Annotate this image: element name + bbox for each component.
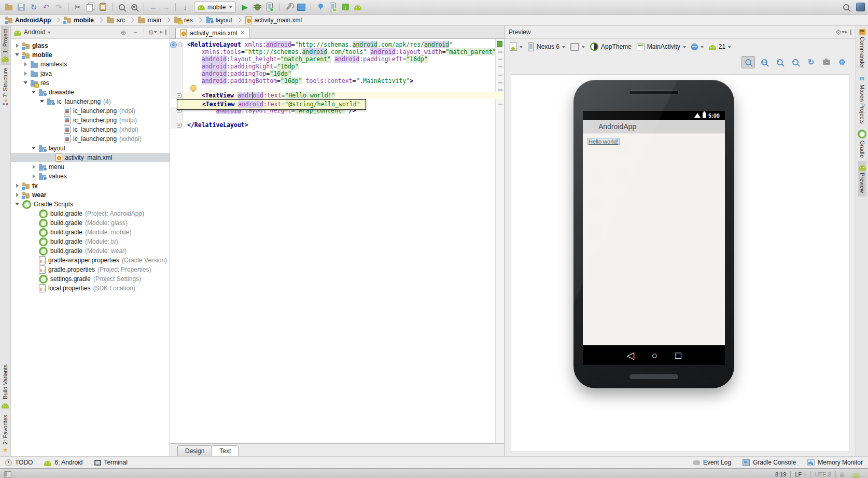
preview-settings-icon[interactable]: ⚙ <box>836 57 848 68</box>
tree-item[interactable]: ic_launcher.png(xxhdpi) <box>11 134 170 144</box>
breadcrumb-item[interactable]: layout <box>205 17 233 24</box>
zoom-out-icon[interactable]: − <box>789 57 802 68</box>
copy-icon[interactable] <box>85 2 96 13</box>
toolwindow-tab-7-structure[interactable]: 7: Structure <box>2 65 9 108</box>
breadcrumb-item[interactable]: main <box>137 17 162 24</box>
hello-world-textview[interactable]: Hello world! <box>587 138 620 145</box>
breadcrumb-item[interactable]: activity_main.xml <box>244 16 303 24</box>
editor-mode-tab-text[interactable]: Text <box>212 445 239 456</box>
editor-mode-tab-design[interactable]: Design <box>177 445 212 456</box>
sort-icon[interactable]: ↓ <box>179 2 191 13</box>
user-avatar[interactable] <box>856 3 865 11</box>
api-level-select[interactable]: 21 <box>709 43 731 50</box>
toolwindow-tab-commander[interactable]: Commander <box>859 26 866 72</box>
toolwindow-tab-gradle[interactable]: Gradle <box>857 126 867 161</box>
tree-item[interactable]: build.gradle(Project: AndroidApp) <box>11 209 170 218</box>
project-view-selector[interactable]: Android <box>24 29 45 36</box>
chevron-down-icon[interactable] <box>48 32 51 35</box>
toolwindow-toggle-icon[interactable] <box>4 471 11 477</box>
orientation-select[interactable] <box>570 43 585 51</box>
editor-error-stripe[interactable] <box>495 39 504 443</box>
code-editor[interactable]: c−<RelativeLayout xmlns:android="http://… <box>170 39 504 443</box>
sdk-manager-icon[interactable] <box>283 2 295 13</box>
tree-item[interactable]: mobile <box>11 50 170 60</box>
tree-item[interactable]: build.gradle(Module: tv) <box>11 237 170 246</box>
replace-icon[interactable] <box>129 2 140 13</box>
find-icon[interactable] <box>116 2 128 13</box>
tree-item[interactable]: gradle.properties(Project Properties) <box>11 265 170 274</box>
run-icon[interactable]: ▶ <box>239 2 250 13</box>
editor-tab-activity-main[interactable]: activity_main.xml ✕ <box>175 27 250 38</box>
tree-item[interactable]: ic_launcher.png(hdpi) <box>11 106 170 116</box>
tree-item[interactable]: glass <box>11 41 170 50</box>
tree-item[interactable]: drawable <box>11 88 170 97</box>
hide-panel-icon[interactable] <box>160 30 166 35</box>
panel-settings-icon[interactable]: ⚙ <box>148 29 157 36</box>
breadcrumb-item[interactable]: res <box>173 17 194 24</box>
search-everywhere-icon[interactable] <box>841 2 852 13</box>
tree-item[interactable]: manifests <box>11 60 170 69</box>
encoding-indicator[interactable]: UTF-8 <box>811 469 835 478</box>
toolwindow-button-terminal[interactable]: Terminal <box>94 459 128 466</box>
tree-item[interactable]: build.gradle(Module: glass) <box>11 218 170 228</box>
toolwindow-tab-2-favorites[interactable]: 2: Favorites★ <box>2 412 9 456</box>
device-select[interactable]: Nexus 6 <box>528 43 565 51</box>
tree-item[interactable]: ic_launcher.png(4) <box>11 97 170 106</box>
tree-item[interactable]: java <box>11 69 170 78</box>
toolwindow-tab-maven-projects[interactable]: mMaven Projects <box>859 72 866 127</box>
zoom-to-fit-icon[interactable] <box>741 56 755 68</box>
sdk-update-icon[interactable]: ↓ <box>340 2 351 13</box>
sync-icon[interactable]: ↻ <box>28 2 39 13</box>
line-separator-indicator[interactable]: LF↕ <box>791 469 810 478</box>
refresh-icon[interactable]: ↻ <box>805 57 817 68</box>
back-icon[interactable]: ← <box>148 2 159 13</box>
tree-item[interactable]: menu <box>11 162 170 172</box>
tree-item[interactable]: gradle-wrapper.properties(Gradle Version… <box>11 256 170 265</box>
tree-item[interactable]: wear <box>11 190 170 200</box>
readonly-lock-icon[interactable] <box>836 469 848 478</box>
configuration-select[interactable] <box>510 43 523 51</box>
tree-item[interactable]: settings.gradle(Project Settings) <box>11 274 170 284</box>
run-configuration-select[interactable]: mobile <box>194 2 236 13</box>
zoom-in-icon[interactable]: + <box>774 57 786 68</box>
toolwindow-tab-build-variants[interactable]: Build Variants <box>1 361 9 411</box>
tree-item[interactable]: values <box>11 172 170 181</box>
tree-item[interactable]: build.gradle(Module: mobile) <box>11 228 170 237</box>
toolwindow-tab-1-project[interactable]: 1: Project <box>1 26 9 65</box>
tree-item[interactable]: build.gradle(Module: wear) <box>11 246 170 256</box>
debug-icon[interactable] <box>251 2 263 13</box>
locale-select[interactable] <box>691 44 704 50</box>
stripe-mark[interactable] <box>498 104 502 105</box>
undo-icon[interactable]: ↶ <box>40 2 52 13</box>
tree-item[interactable]: activity_main.xml <box>11 153 170 162</box>
hide-preview-icon[interactable] <box>845 30 851 35</box>
breadcrumb-item[interactable]: mobile <box>63 17 95 24</box>
paste-icon[interactable] <box>97 2 108 13</box>
actual-size-icon[interactable]: 1:1 <box>758 57 771 68</box>
device-monitor-icon[interactable] <box>327 2 339 13</box>
tree-item[interactable]: tv <box>11 181 170 190</box>
hector-icon[interactable] <box>848 469 864 478</box>
android-monitor-icon[interactable] <box>352 2 363 13</box>
collapse-all-icon[interactable]: − <box>131 29 140 36</box>
preview-gear-icon[interactable]: ⚙ <box>835 29 845 36</box>
close-tab-icon[interactable]: ✕ <box>240 30 245 36</box>
save-icon[interactable] <box>16 2 27 13</box>
forward-icon[interactable]: → <box>160 2 172 13</box>
breadcrumb-item[interactable]: AndroidApp <box>4 17 52 24</box>
tree-item[interactable]: ic_launcher.png(xhdpi) <box>11 125 170 134</box>
tree-item[interactable]: ic_launcher.png(mdpi) <box>11 116 170 125</box>
capture-icon[interactable] <box>315 2 326 13</box>
tree-item[interactable]: local.properties(SDK Location) <box>11 284 170 293</box>
redo-icon[interactable]: ↷ <box>53 2 64 13</box>
avd-manager-icon[interactable] <box>296 2 307 13</box>
open-icon[interactable] <box>3 2 15 13</box>
breadcrumb-item[interactable]: src <box>106 17 126 24</box>
toolwindow-button-todo[interactable]: TODO <box>5 459 33 466</box>
screenshot-icon[interactable] <box>820 57 833 68</box>
toolwindow-button-memory-monitor[interactable]: Memory Monitor <box>807 459 863 466</box>
caret-position[interactable]: 8:19 <box>771 469 790 478</box>
tree-item[interactable]: Gradle Scripts <box>11 200 170 209</box>
attach-debugger-icon[interactable] <box>264 2 275 13</box>
toolwindow-button-gradle-console[interactable]: Gradle Console <box>743 459 796 466</box>
